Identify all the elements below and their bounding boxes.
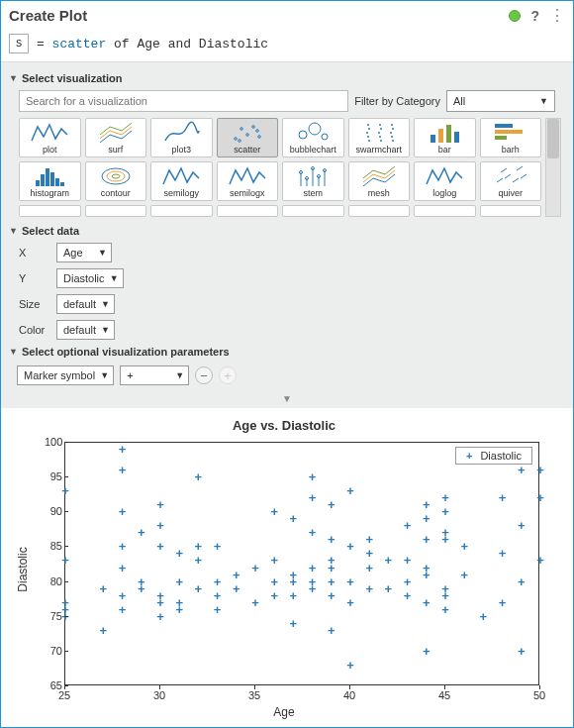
data-row-size: Size default: [19, 294, 565, 314]
data-point: +: [214, 592, 222, 600]
data-point: +: [251, 565, 259, 572]
data-point: +: [175, 606, 183, 614]
x-tick: 25: [58, 689, 70, 701]
svg-rect-28: [454, 132, 459, 143]
data-point: +: [119, 508, 127, 516]
data-point: +: [61, 599, 69, 607]
data-point: +: [309, 494, 317, 502]
select-param-value[interactable]: +: [120, 365, 189, 385]
data-point: +: [119, 446, 127, 454]
remove-param-button[interactable]: −: [195, 366, 213, 384]
gallery-item-partial[interactable]: [282, 205, 344, 217]
gallery-item-plot[interactable]: plot: [19, 118, 81, 157]
label-y: Y: [19, 272, 48, 284]
data-point: +: [385, 557, 393, 565]
viz-search-row: Filter by Category All▼: [19, 90, 555, 112]
gallery-item-partial[interactable]: [414, 205, 476, 217]
collapse-handle[interactable]: ▼: [9, 391, 565, 406]
data-point: +: [441, 508, 449, 516]
svg-rect-36: [55, 178, 59, 186]
data-point: +: [441, 536, 449, 544]
data-point: +: [536, 494, 544, 502]
svg-point-24: [392, 140, 394, 142]
select-size[interactable]: default: [56, 294, 115, 314]
gallery-item-partial[interactable]: [85, 205, 147, 217]
svg-point-1: [239, 128, 242, 131]
help-icon[interactable]: ?: [530, 8, 539, 24]
data-point: +: [214, 543, 222, 551]
x-tick: 50: [533, 689, 545, 701]
data-point: +: [195, 557, 203, 565]
data-row-x: X Age: [19, 243, 565, 262]
select-x[interactable]: Age: [56, 243, 112, 262]
gallery-item-partial[interactable]: [150, 205, 213, 217]
gallery-item-quiver[interactable]: quiver: [480, 161, 542, 201]
data-point: +: [119, 467, 127, 474]
plot-icon: [22, 121, 78, 145]
section-optional-params[interactable]: ▼ Select optional visualization paramete…: [9, 346, 565, 358]
config-area: ▼ Select visualization Filter by Categor…: [1, 61, 573, 408]
data-point: +: [328, 578, 335, 586]
gallery-item-histogram[interactable]: histogram: [19, 161, 81, 201]
chart-axes[interactable]: + Diastolic ++++++++++++++++++++++++++++…: [64, 442, 539, 685]
svg-point-10: [367, 124, 369, 126]
y-axis-label: Diastolic: [16, 547, 30, 591]
data-point: +: [365, 585, 373, 593]
gallery-item-plot3[interactable]: plot3: [150, 118, 213, 157]
data-point: +: [270, 578, 278, 586]
svg-point-7: [299, 131, 307, 139]
x-tick: 35: [248, 689, 260, 701]
gallery-scrollbar[interactable]: [545, 118, 561, 217]
y-tick: 80: [45, 575, 62, 587]
gallery-item-scatter[interactable]: scatter: [217, 118, 279, 157]
gallery-item-partial[interactable]: [348, 205, 411, 217]
gallery-item-contour[interactable]: contour: [85, 161, 147, 201]
data-point: +: [309, 473, 317, 481]
gallery-item-barh[interactable]: barh: [480, 118, 542, 157]
filter-category-select[interactable]: All▼: [446, 90, 555, 112]
data-point: +: [423, 648, 430, 656]
gallery-item-loglog[interactable]: loglog: [414, 161, 476, 201]
select-param-name[interactable]: Marker symbol: [17, 365, 114, 385]
gallery-item-semilogy[interactable]: semilogy: [150, 161, 213, 201]
output-variable-box[interactable]: s: [9, 34, 29, 53]
data-point: +: [365, 550, 373, 558]
svg-rect-26: [438, 129, 443, 143]
gallery-item-bubblechart[interactable]: bubblechart: [282, 118, 344, 157]
kebab-menu-icon[interactable]: ⋮: [549, 10, 565, 22]
data-point: +: [61, 557, 69, 565]
svg-point-39: [107, 171, 125, 181]
data-point: +: [119, 565, 127, 572]
gallery-item-mesh[interactable]: mesh: [348, 161, 411, 201]
stem-icon: [285, 164, 341, 188]
gallery-wrap: plotsurfplot3scatterbubblechartswarmchar…: [19, 118, 561, 217]
title-icons: ? ⋮: [509, 8, 565, 24]
select-y[interactable]: Diastolic: [56, 268, 124, 288]
gallery-item-semilogx[interactable]: semilogx: [217, 161, 279, 201]
data-point: +: [100, 627, 108, 635]
svg-point-5: [238, 140, 240, 143]
data-point: +: [138, 585, 145, 593]
select-color[interactable]: default: [56, 320, 115, 340]
scrollbar-thumb[interactable]: [547, 119, 559, 158]
gallery-item-stem[interactable]: stem: [282, 161, 344, 201]
bubblechart-icon: [285, 121, 341, 145]
gallery-item-bar[interactable]: bar: [414, 118, 476, 157]
visualization-search-input[interactable]: [19, 90, 348, 112]
gallery-item-partial[interactable]: [19, 205, 81, 217]
data-point: +: [499, 550, 507, 558]
data-point: +: [423, 501, 430, 509]
gallery-item-partial[interactable]: [480, 205, 542, 217]
data-point: +: [100, 585, 108, 593]
add-param-button[interactable]: +: [219, 366, 237, 384]
gallery-item-partial[interactable]: [217, 205, 279, 217]
data-point: +: [156, 522, 164, 530]
gallery-item-surf[interactable]: surf: [85, 118, 147, 157]
section-select-data[interactable]: ▼ Select data: [9, 225, 565, 237]
label-size: Size: [19, 298, 48, 310]
section-select-visualization[interactable]: ▼ Select visualization: [9, 72, 565, 84]
data-point: +: [214, 578, 222, 586]
gallery-item-swarmchart[interactable]: swarmchart: [348, 118, 411, 157]
titlebar: Create Plot ? ⋮: [1, 1, 573, 30]
svg-point-15: [379, 124, 381, 126]
